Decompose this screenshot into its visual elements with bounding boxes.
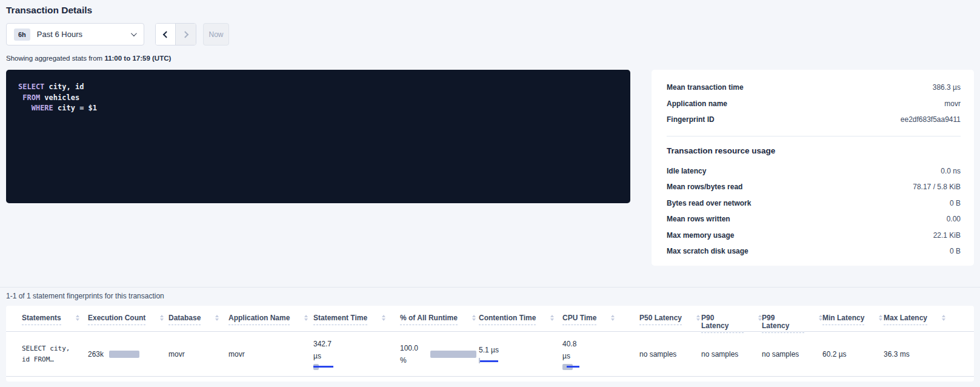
column-header-cpu-time[interactable]: CPU Time xyxy=(562,314,639,325)
summary-row: Max memory usage 22.1 KiB xyxy=(667,227,961,244)
summary-value: 78.17 / 5.8 KiB xyxy=(913,183,961,191)
summary-value: 0 B xyxy=(950,247,961,255)
column-header-contention-time[interactable]: Contention Time xyxy=(479,314,562,325)
contention-time-value: 5.1 µs xyxy=(479,344,562,356)
summary-row: Mean transaction time 386.3 µs xyxy=(667,79,961,96)
statement-time-bar xyxy=(313,364,333,371)
application-name-value: movr xyxy=(228,350,313,358)
column-header-p90-latency[interactable]: P90 Latency xyxy=(701,314,762,333)
page-title: Transaction Details xyxy=(6,5,974,16)
summary-value: 0.0 ns xyxy=(941,167,961,175)
transaction-summary-card: Mean transaction time 386.3 µs Applicati… xyxy=(652,70,974,266)
pct-of-runtime-value: 100.0 % xyxy=(400,342,427,366)
summary-value: 0 B xyxy=(950,199,961,207)
summary-value: movr xyxy=(944,99,961,108)
column-header-min-latency[interactable]: Min Latency xyxy=(822,314,884,325)
sort-icon[interactable] xyxy=(304,314,308,321)
sql-line: WHERE city = $1 xyxy=(18,103,618,114)
column-header-statements[interactable]: Statements xyxy=(22,314,88,325)
summary-label: Idle latency xyxy=(667,167,706,175)
column-header-execution-count[interactable]: Execution Count xyxy=(88,314,168,325)
statement-time-value: 342.7 µs xyxy=(313,338,339,362)
chevron-right-icon xyxy=(181,31,188,38)
summary-label: Bytes read over network xyxy=(667,199,751,207)
summary-row: Idle latency 0.0 ns xyxy=(667,163,961,180)
summary-label: Max memory usage xyxy=(667,231,734,240)
summary-value: ee2df683f5aa9411 xyxy=(901,115,961,124)
max-latency-value: 36.3 ms xyxy=(884,350,974,358)
p50-latency-value: no samples xyxy=(639,350,701,358)
column-header-application-name[interactable]: Application Name xyxy=(228,314,313,325)
summary-label: Max scratch disk usage xyxy=(667,247,748,255)
summary-label: Mean transaction time xyxy=(667,83,744,92)
sort-icon[interactable] xyxy=(942,314,945,321)
summary-row: Mean rows/bytes read 78.17 / 5.8 KiB xyxy=(667,179,961,195)
column-header-statement-time[interactable]: Statement Time xyxy=(313,314,400,325)
previous-interval-button[interactable] xyxy=(156,24,176,45)
sort-icon[interactable] xyxy=(550,314,554,321)
column-header-database[interactable]: Database xyxy=(168,314,228,325)
summary-label: Fingerprint ID xyxy=(667,115,715,124)
sort-icon[interactable] xyxy=(382,314,385,321)
time-range-dropdown[interactable]: 6h Past 6 Hours xyxy=(6,23,144,45)
time-controls: 6h Past 6 Hours Now xyxy=(6,23,974,45)
statements-count-caption: 1-1 of 1 statement fingerprints for this… xyxy=(6,292,974,300)
contention-time-bar xyxy=(479,358,498,364)
summary-value: 386.3 µs xyxy=(933,83,961,92)
sql-line: FROM vehicles xyxy=(18,93,618,104)
resource-usage-section-title: Transaction resource usage xyxy=(667,146,961,155)
aggregated-stats-caption: Showing aggregated stats from 11:00 to 1… xyxy=(6,55,974,62)
statements-table: Statements Execution Count Database Appl… xyxy=(6,306,974,382)
sort-icon[interactable] xyxy=(696,314,700,321)
execution-count-bar xyxy=(109,351,139,358)
summary-row: Application name movr xyxy=(667,96,961,112)
statement-row: SELECT city, id FROM… 263k movr movr 342… xyxy=(6,332,974,377)
summary-value: 22.1 KiB xyxy=(933,231,961,240)
sort-icon[interactable] xyxy=(215,314,219,321)
sort-icon[interactable] xyxy=(879,314,882,321)
chevron-down-icon xyxy=(131,30,137,36)
cpu-time-value: 40.8 µs xyxy=(562,338,583,362)
sql-line: SELECT city, id xyxy=(18,82,618,93)
min-latency-value: 60.2 µs xyxy=(822,350,884,358)
p99-latency-value: no samples xyxy=(762,350,822,358)
divider xyxy=(667,136,961,136)
summary-row: Mean rows written 0.00 xyxy=(667,211,961,227)
time-range-badge: 6h xyxy=(14,29,30,41)
chevron-left-icon xyxy=(163,31,170,38)
statements-table-header: Statements Execution Count Database Appl… xyxy=(6,306,974,332)
summary-label: Mean rows written xyxy=(667,215,730,223)
execution-count-value: 263k xyxy=(88,350,104,358)
column-header-p99-latency[interactable]: P99 Latency xyxy=(762,314,822,333)
pct-of-runtime-bar xyxy=(430,351,476,358)
cpu-time-bar xyxy=(562,364,579,371)
sort-icon[interactable] xyxy=(76,314,79,321)
now-button[interactable]: Now xyxy=(203,23,229,45)
sort-icon[interactable] xyxy=(160,314,164,321)
time-nav-group xyxy=(155,23,196,45)
next-interval-button[interactable] xyxy=(176,24,196,45)
summary-label: Application name xyxy=(667,99,727,108)
divider xyxy=(0,287,980,288)
statement-link[interactable]: SELECT city, id FROM… xyxy=(22,343,88,365)
database-value: movr xyxy=(168,350,228,358)
sql-statement-box: SELECT city, id FROM vehicles WHERE city… xyxy=(6,70,630,203)
summary-label: Mean rows/bytes read xyxy=(667,183,742,191)
sort-icon[interactable] xyxy=(472,314,476,321)
column-header-max-latency[interactable]: Max Latency xyxy=(884,314,974,325)
summary-value: 0.00 xyxy=(947,215,961,223)
column-header-p50-latency[interactable]: P50 Latency xyxy=(639,314,701,325)
sort-icon[interactable] xyxy=(611,314,615,321)
time-range-label: Past 6 Hours xyxy=(37,30,82,39)
column-header-pct-of-all-runtime[interactable]: % of All Runtime xyxy=(400,314,479,325)
summary-row: Bytes read over network 0 B xyxy=(667,195,961,212)
summary-row: Max scratch disk usage 0 B xyxy=(667,243,961,260)
p90-latency-value: no samples xyxy=(701,350,762,358)
summary-row: Fingerprint ID ee2df683f5aa9411 xyxy=(667,112,961,128)
